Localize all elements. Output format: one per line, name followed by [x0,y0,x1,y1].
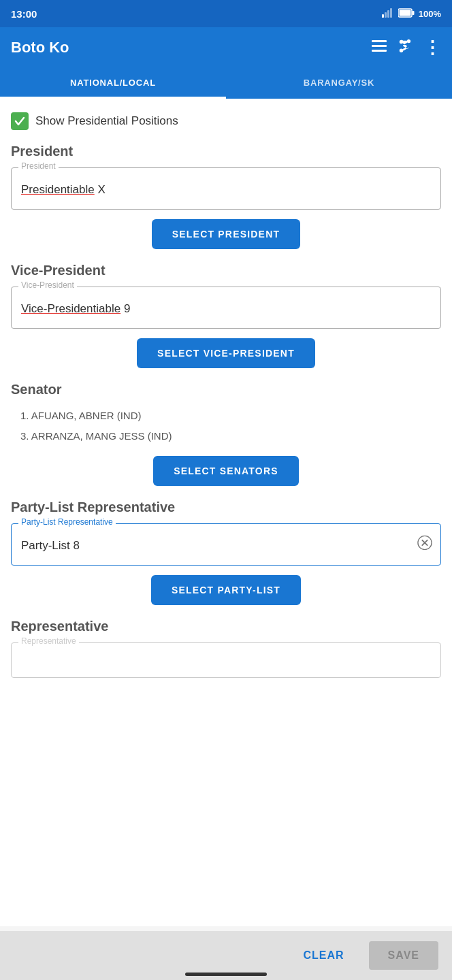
tab-barangay[interactable]: BARANGAY/SK [226,68,452,97]
vice-president-section: Vice-President Vice-President Vice-Presi… [11,263,441,368]
senator-list: 1. AFUANG, ABNER (IND) 3. ARRANZA, MANG … [11,406,441,446]
clear-button[interactable]: CLEAR [290,941,358,970]
vice-president-field-value[interactable]: Vice-Presidentiable 9 [12,287,440,328]
select-president-button[interactable]: SELECT PRESIDENT [152,219,300,249]
party-list-field-label: Party-List Representative [18,517,116,527]
show-presidential-checkbox[interactable] [11,112,29,130]
svg-rect-0 [382,14,384,18]
app-bar-actions: ⋮ [372,38,441,57]
status-bar: 13:00 100% [0,0,452,27]
representative-field-value[interactable] [12,643,440,677]
select-senators-button[interactable]: SELECT SENATORS [153,456,299,486]
svg-rect-2 [387,10,389,18]
select-party-list-button[interactable]: SELECT PARTY-LIST [151,575,301,605]
vice-president-section-title: Vice-President [11,263,441,278]
list-item: 3. ARRANZA, MANG JESS (IND) [11,426,441,446]
app-bar: Boto Ko ⋮ [0,27,452,68]
svg-rect-3 [390,8,392,18]
svg-rect-6 [412,11,414,15]
home-indicator [185,973,267,976]
more-icon[interactable]: ⋮ [423,39,441,56]
representative-field: Representative [11,642,441,678]
vice-president-field-label: Vice-President [18,280,77,290]
list-icon[interactable] [372,40,387,56]
representative-field-label: Representative [18,636,79,646]
app-title: Boto Ko [11,39,69,56]
tab-national[interactable]: NATIONAL/LOCAL [0,68,226,97]
president-field-label: President [18,161,59,171]
svg-rect-8 [372,45,387,47]
representative-section-title: Representative [11,619,441,634]
list-item: 1. AFUANG, ABNER (IND) [11,406,441,426]
senator-section-title: Senator [11,382,441,397]
share-icon[interactable] [398,38,413,57]
status-time: 13:00 [11,8,37,20]
party-list-section-title: Party-List Representative [11,500,441,515]
save-button[interactable]: SAVE [369,941,438,970]
representative-section: Representative Representative [11,619,441,678]
party-list-clear-icon[interactable] [417,536,432,554]
senator-section: Senator 1. AFUANG, ABNER (IND) 3. ARRANZ… [11,382,441,486]
show-presidential-row: Show Presidential Positions [11,112,441,130]
svg-rect-1 [385,12,387,18]
svg-rect-9 [372,50,387,52]
party-list-section: Party-List Representative Party-List Rep… [11,500,441,605]
president-section: President President Presidentiable X SEL… [11,144,441,249]
battery-icon [398,8,415,20]
president-field: President Presidentiable X [11,167,441,210]
president-section-title: President [11,144,441,159]
status-icons: 100% [382,8,441,20]
battery-percent: 100% [419,9,441,19]
main-content: Show Presidential Positions President Pr… [0,99,452,926]
tabs-bar: NATIONAL/LOCAL BARANGAY/SK [0,68,452,99]
signal-icon [382,8,394,20]
svg-rect-5 [399,10,410,16]
select-vice-president-button[interactable]: SELECT VICE-PRESIDENT [137,338,315,368]
show-presidential-label: Show Presidential Positions [35,114,178,128]
svg-rect-7 [372,40,387,42]
president-field-value[interactable]: Presidentiable X [12,168,440,209]
party-list-field: Party-List Representative Party-List 8 [11,523,441,566]
vice-president-field: Vice-President Vice-Presidentiable 9 [11,287,441,329]
party-list-field-value[interactable]: Party-List 8 [12,524,440,565]
